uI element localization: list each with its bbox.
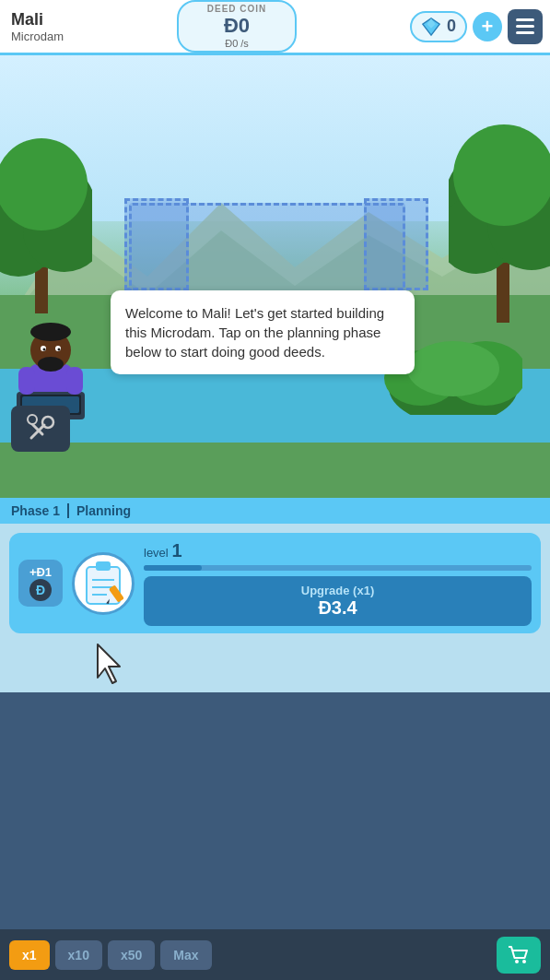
svg-rect-9 (497, 258, 509, 323)
menu-line-3 (516, 31, 534, 34)
deed-coin-symbol: Ð (224, 14, 239, 37)
location-name: Mali (11, 10, 64, 30)
phase-panel[interactable]: Phase 1 Planning (0, 498, 550, 524)
upgrade-button[interactable]: Upgrade (x1) Ð3.4 (144, 576, 532, 626)
gems-panel: 0 (410, 11, 467, 42)
cart-icon (507, 943, 531, 967)
cursor-pointer (92, 643, 129, 689)
level-number: 1 (171, 540, 181, 561)
deed-coin-label: DEED COIN (207, 4, 267, 14)
level-text: level 1 (144, 540, 532, 561)
phase-label: Phase 1 (11, 503, 60, 518)
tools-badge (11, 406, 70, 452)
upgrade-button-label: Upgrade (x1) (157, 584, 519, 597)
upgrade-area: +Ð1 Ð level 1 (0, 524, 550, 692)
menu-line-1 (516, 18, 534, 21)
diamond-icon (421, 17, 441, 37)
deed-coin-amount: Ð0 (224, 14, 250, 38)
upgrade-card[interactable]: +Ð1 Ð level 1 (9, 533, 541, 633)
level-bar-fill (144, 565, 202, 571)
svg-point-44 (522, 960, 526, 963)
svg-rect-29 (18, 367, 35, 395)
game-scene: Welcome to Mali! Let's get started build… (0, 55, 550, 498)
bottom-bar: x1 x10 x50 Max (0, 929, 550, 980)
right-panel: 0 + (410, 9, 543, 44)
multiplier-group: x1 x10 x50 Max (9, 940, 212, 970)
deed-coin-rate: Ð0 /s (225, 38, 249, 49)
coin-badge: +Ð1 Ð (18, 560, 63, 607)
coin-icon: Ð (29, 579, 52, 601)
svg-point-20 (30, 323, 71, 341)
svg-point-43 (515, 960, 519, 963)
top-bar: Mali Microdam DEED COIN Ð0 Ð0 /s 0 + (0, 0, 550, 55)
tree-right-large (449, 74, 550, 332)
multiplier-max[interactable]: Max (160, 940, 211, 970)
svg-point-25 (58, 348, 61, 351)
svg-point-34 (28, 415, 37, 424)
multiplier-x1[interactable]: x1 (9, 940, 50, 970)
level-bar (144, 565, 532, 571)
svg-rect-30 (66, 367, 83, 395)
coin-plus-label: +Ð1 (29, 565, 52, 579)
svg-point-13 (453, 124, 550, 226)
location-sublocation: Microdam (11, 30, 64, 43)
upgrade-cost: Ð3.4 (157, 597, 519, 619)
svg-rect-36 (96, 561, 111, 571)
tree-left-large (0, 74, 92, 332)
svg-marker-42 (98, 644, 120, 683)
upgrade-info: level 1 Upgrade (x1) Ð3.4 (144, 540, 532, 626)
cart-button[interactable] (497, 937, 541, 974)
phase-divider (67, 503, 69, 518)
dark-area (0, 692, 550, 960)
location-info: Mali Microdam (7, 10, 64, 43)
welcome-dialog: Welcome to Mali! Let's get started build… (111, 290, 415, 374)
menu-button[interactable] (508, 9, 543, 44)
svg-point-32 (42, 417, 53, 428)
svg-rect-35 (87, 567, 120, 604)
multiplier-x10[interactable]: x10 (55, 940, 102, 970)
menu-line-2 (516, 25, 534, 28)
svg-point-24 (43, 348, 46, 351)
tools-icon (24, 412, 57, 445)
clipboard-svg (83, 560, 123, 608)
deed-coin-panel: DEED COIN Ð0 Ð0 /s (177, 0, 297, 53)
multiplier-x50[interactable]: x50 (108, 940, 155, 970)
svg-point-17 (407, 341, 499, 396)
add-gems-button[interactable]: + (473, 12, 502, 41)
clipboard-icon (72, 552, 135, 615)
welcome-text: Welcome to Mali! Let's get started build… (125, 305, 384, 360)
svg-point-21 (38, 357, 64, 372)
gems-count: 0 (447, 17, 456, 36)
phase-name: Planning (76, 503, 131, 518)
